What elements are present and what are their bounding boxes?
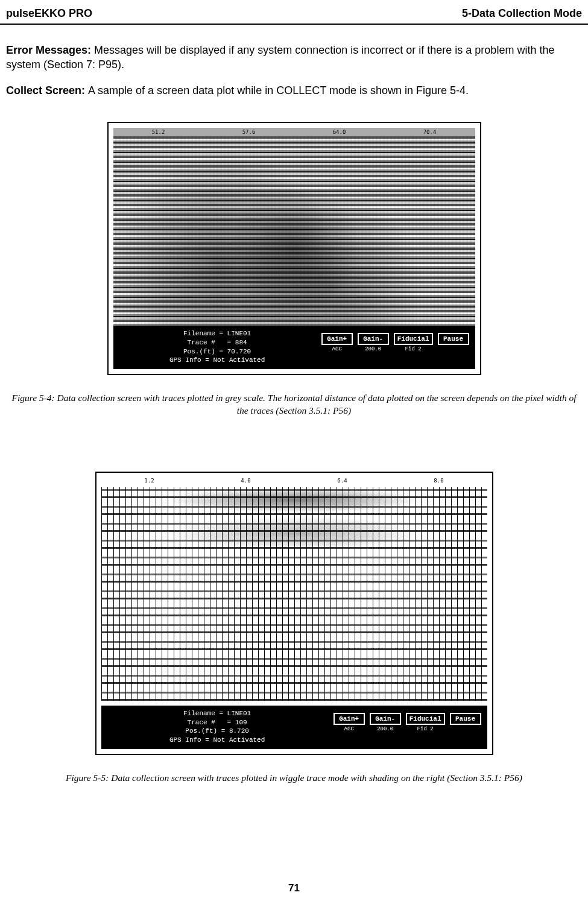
figure-5-4-caption: Figure 5-4: Data collection screen with … [6, 384, 582, 447]
gain-plus-button[interactable]: Gain+ [334, 713, 365, 725]
page-number: 71 [0, 882, 588, 894]
page-header: pulseEKKO PRO 5-Data Collection Mode [0, 0, 588, 25]
ruler-tick: 8.0 [434, 478, 443, 484]
pause-group: Pause [438, 333, 469, 346]
position-ruler: 51.2 57.6 64.0 70.4 [113, 128, 475, 136]
ruler-tick: 4.0 [241, 478, 250, 484]
position-ruler: 1.2 4.0 6.4 8.0 [101, 478, 487, 487]
gain-minus-group: Gain- 200.0 [370, 713, 401, 732]
collect-screen-paragraph: Collect Screen: A sample of a screen dat… [6, 83, 582, 98]
radar-plot-wiggle [101, 478, 487, 701]
radar-plot-greyscale [113, 128, 475, 327]
gain-minus-button[interactable]: Gain- [358, 333, 389, 345]
status-bar: Filename = LINE01 Trace # = 109 Pos.(ft)… [101, 706, 487, 749]
figure-5-5-container: 1.2 4.0 6.4 8.0 Filename = LINE01 Trace … [6, 472, 582, 757]
fiducial-button[interactable]: Fiducial [394, 333, 433, 345]
collect-screen-label: Collect Screen: [6, 84, 88, 96]
header-right: 5-Data Collection Mode [462, 7, 582, 20]
fiducial-button[interactable]: Fiducial [406, 713, 445, 725]
figure-5-4: 51.2 57.6 64.0 70.4 Filename = LINE01 Tr… [107, 122, 481, 375]
gain-plus-sub: AGC [332, 346, 342, 352]
gain-plus-group: Gain+ AGC [321, 333, 353, 352]
error-messages-paragraph: Error Messages: Messages will be display… [6, 43, 582, 72]
gain-minus-sub: 200.0 [365, 346, 381, 352]
ruler-tick: 57.6 [241, 129, 258, 135]
content-area: Error Messages: Messages will be display… [0, 43, 588, 815]
status-info-text: Filename = LINE01 Trace # = 884 Pos.(ft)… [113, 326, 321, 369]
pause-group: Pause [450, 713, 481, 726]
fiducial-group: Fiducial Fid 2 [406, 713, 445, 732]
fiducial-sub: Fid 2 [417, 726, 434, 732]
gain-plus-sub: AGC [344, 726, 354, 732]
collect-screen-text: A sample of a screen data plot while in … [88, 84, 469, 96]
fiducial-group: Fiducial Fid 2 [394, 333, 433, 352]
ruler-tick: 1.2 [144, 478, 154, 484]
gain-plus-button[interactable]: Gain+ [321, 333, 353, 345]
gain-plus-group: Gain+ AGC [334, 713, 365, 732]
gain-minus-button[interactable]: Gain- [370, 713, 401, 725]
ruler-tick: 51.2 [150, 129, 167, 135]
header-left: pulseEKKO PRO [6, 7, 92, 20]
status-buttons: Gain+ AGC Gain- 200.0 Fiducial Fid 2 Pau… [334, 706, 487, 749]
status-info-text: Filename = LINE01 Trace # = 109 Pos.(ft)… [101, 706, 334, 749]
status-buttons: Gain+ AGC Gain- 200.0 Fiducial Fid 2 Pau… [321, 326, 475, 369]
fiducial-sub: Fid 2 [405, 346, 422, 352]
ruler-tick: 70.4 [422, 129, 438, 135]
figure-5-4-container: 51.2 57.6 64.0 70.4 Filename = LINE01 Tr… [6, 122, 582, 378]
figure-5-5-caption: Figure 5-5: Data collection screen with … [6, 763, 582, 815]
ruler-tick: 64.0 [331, 129, 348, 135]
status-bar: Filename = LINE01 Trace # = 884 Pos.(ft)… [113, 326, 475, 369]
gain-minus-sub: 200.0 [377, 726, 393, 732]
ruler-tick: 6.4 [337, 478, 347, 484]
gain-minus-group: Gain- 200.0 [358, 333, 389, 352]
pause-button[interactable]: Pause [438, 333, 469, 345]
pause-button[interactable]: Pause [450, 713, 481, 725]
error-messages-label: Error Messages: [6, 44, 94, 56]
figure-5-5: 1.2 4.0 6.4 8.0 Filename = LINE01 Trace … [95, 472, 493, 755]
